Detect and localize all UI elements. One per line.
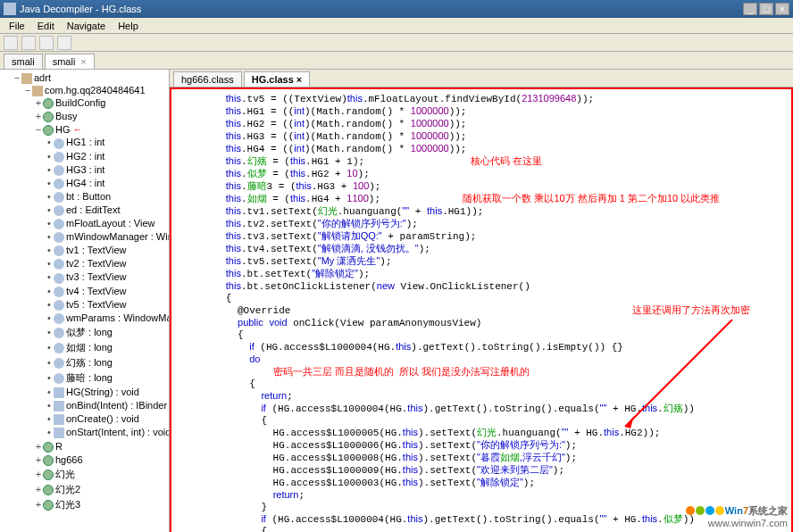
tree-class-hg666[interactable]: +hg666 bbox=[34, 453, 167, 467]
app-icon bbox=[4, 3, 16, 15]
tree-class-busy[interactable]: +Busy bbox=[34, 110, 167, 123]
tree-member-1[interactable]: •HG2 : int bbox=[45, 150, 167, 163]
tree-member-16[interactable]: •幻殇 : long bbox=[45, 355, 167, 370]
tree-arrow-annotation: ← bbox=[73, 124, 83, 135]
tree-member-6[interactable]: •mFloatLayout : View bbox=[45, 217, 167, 230]
tree-class-huanguang[interactable]: +幻光 bbox=[34, 467, 167, 482]
tree-member-5[interactable]: •ed : EditText bbox=[45, 204, 167, 217]
minimize-button[interactable]: _ bbox=[743, 3, 757, 15]
inner-tab-hg[interactable]: HG.class × bbox=[244, 71, 311, 87]
tree-member-3[interactable]: •HG4 : int bbox=[45, 177, 167, 190]
tree-member-10[interactable]: •tv3 : TextView bbox=[45, 270, 167, 284]
annotation-callagain: 这里还调用了方法再次加密 bbox=[632, 304, 750, 315]
tree-member-8[interactable]: •tv1 : TextView bbox=[45, 244, 167, 257]
inner-tabstrip: hg666.class HG.class × bbox=[170, 70, 793, 87]
tree-member-18[interactable]: •HG(String) : void bbox=[45, 386, 167, 399]
outer-tab-smali-1[interactable]: smali bbox=[4, 54, 43, 69]
tree-member-20[interactable]: •onCreate() : void bbox=[45, 412, 167, 426]
tree-class-huanguang2[interactable]: +幻光2 bbox=[34, 482, 167, 497]
tree-class-r[interactable]: +R bbox=[34, 440, 167, 453]
tree-member-17[interactable]: •藤暗 : long bbox=[45, 370, 167, 386]
toolbar-search-icon[interactable] bbox=[57, 36, 71, 50]
tree-member-13[interactable]: •wmParams : WindowManager.LayoutParams bbox=[45, 312, 167, 325]
menu-edit[interactable]: Edit bbox=[32, 20, 60, 32]
annotation-threelayer: 密码一共三层 而且是随机的 所以 我们是没办法写注册机的 bbox=[273, 366, 530, 377]
toolbar-forward-icon[interactable] bbox=[39, 36, 54, 50]
tree-member-2[interactable]: •HG3 : int bbox=[45, 163, 167, 177]
annotation-arrow-1 bbox=[616, 320, 741, 445]
window-title: Java Decompiler - HG.class bbox=[20, 4, 743, 14]
watermark-url: www.winwin7.com bbox=[708, 518, 788, 528]
tree-member-7[interactable]: •mWindowManager : WindowManager bbox=[45, 230, 167, 244]
tree-member-12[interactable]: •tv5 : TextView bbox=[45, 298, 167, 312]
toolbar-back-icon[interactable] bbox=[21, 36, 36, 50]
tree-class-hg[interactable]: −HG ← •HG1 : int•HG2 : int•HG3 : int•HG4… bbox=[34, 123, 167, 440]
tree-member-11[interactable]: •tv4 : TextView bbox=[45, 285, 167, 298]
tree-member-14[interactable]: •似梦 : long bbox=[45, 325, 167, 340]
annotation-core-code: 核心代码 在这里 bbox=[471, 155, 542, 166]
svg-line-0 bbox=[625, 320, 732, 427]
tree-member-4[interactable]: •bt : Button bbox=[45, 190, 167, 204]
tree-member-9[interactable]: •tv2 : TextView bbox=[45, 257, 167, 270]
tree-root-adrt[interactable]: −adrt −com.hg.qq2840484641 +BuildConfig … bbox=[13, 71, 167, 514]
menu-file[interactable]: File bbox=[4, 20, 30, 32]
source-code-view[interactable]: this.tv5 = ((TextView)this.mFloatLayout.… bbox=[170, 87, 793, 532]
tree-member-21[interactable]: •onStart(Intent, int) : void bbox=[45, 426, 167, 439]
tree-class-buildconfig[interactable]: +BuildConfig bbox=[34, 96, 167, 110]
menubar: File Edit Navigate Help bbox=[0, 18, 793, 34]
close-tab-icon[interactable]: × bbox=[80, 56, 86, 67]
close-button[interactable]: × bbox=[775, 3, 789, 15]
maximize-button[interactable]: □ bbox=[759, 3, 773, 15]
project-tree[interactable]: −adrt −com.hg.qq2840484641 +BuildConfig … bbox=[0, 70, 170, 532]
tree-class-huanguang3[interactable]: +幻光3 bbox=[34, 497, 167, 512]
menu-help[interactable]: Help bbox=[113, 20, 144, 32]
toolbar bbox=[0, 34, 793, 52]
close-inner-tab-icon[interactable]: × bbox=[294, 74, 302, 85]
menu-navigate[interactable]: Navigate bbox=[62, 20, 111, 32]
window-titlebar: Java Decompiler - HG.class _ □ × bbox=[0, 0, 793, 18]
svg-marker-1 bbox=[625, 416, 634, 428]
inner-tab-hg666[interactable]: hg666.class bbox=[173, 71, 242, 87]
tree-member-0[interactable]: •HG1 : int bbox=[45, 136, 167, 149]
watermark: Win7系统之家 www.winwin7.com bbox=[686, 503, 788, 528]
tree-pkg[interactable]: −com.hg.qq2840484641 +BuildConfig +Busy … bbox=[23, 84, 167, 513]
tree-member-19[interactable]: •onBind(Intent) : IBinder bbox=[45, 399, 167, 412]
outer-tabstrip: smali smali× bbox=[0, 52, 793, 70]
tree-member-15[interactable]: •如烟 : long bbox=[45, 340, 167, 355]
annotation-random: 随机获取一个数 乘以10万 然后再加 1 第二个加10 以此类推 bbox=[463, 193, 720, 204]
outer-tab-smali-2[interactable]: smali× bbox=[45, 54, 95, 69]
toolbar-open-icon[interactable] bbox=[4, 36, 18, 50]
